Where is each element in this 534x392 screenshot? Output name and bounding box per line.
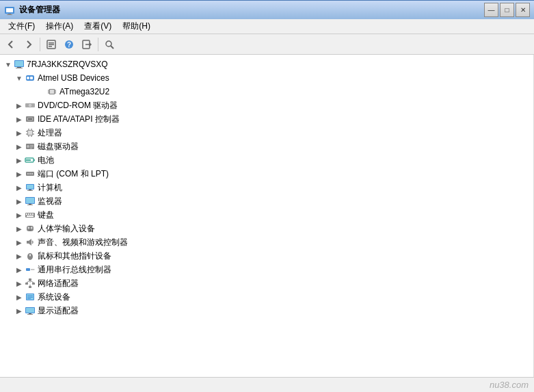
svg-rect-85 [25,283,28,285]
svg-rect-36 [28,131,32,135]
svg-point-55 [29,173,31,174]
svg-rect-59 [29,190,31,190]
svg-line-13 [111,46,114,49]
menu-view[interactable]: 查看(V) [79,19,117,34]
forward-button[interactable] [21,36,37,53]
atmega-expand-icon [36,86,46,97]
tree-item-sound[interactable]: ▶ 声音、视频和游戏控制器 [0,235,533,249]
svg-rect-87 [29,286,31,288]
minimize-button[interactable]: — [484,3,498,17]
window-title: 设备管理器 [19,4,60,16]
ide-icon [25,114,36,125]
svg-rect-51 [26,159,31,161]
main-area: ▼ 7RJA3KKSZRQVSXQ ▼ Atmel [0,55,534,377]
svg-rect-60 [27,190,33,191]
svg-rect-20 [30,77,33,79]
mouse-label: 鼠标和其他指针设备 [38,250,111,262]
svg-rect-49 [30,148,32,148]
title-bar: 设备管理器 — □ ✕ [0,0,534,19]
svg-rect-15 [15,61,23,66]
dvd-label: DVD/CD-ROM 驱动器 [38,100,118,112]
svg-rect-7 [49,46,52,47]
menu-help[interactable]: 帮助(H) [117,19,156,34]
svg-rect-34 [28,118,32,120]
update-button[interactable] [79,36,95,53]
svg-rect-2 [8,14,11,14]
dvd-expand-icon: ▶ [14,100,25,111]
root-label: 7RJA3KKSZRQVSXQ [27,60,108,69]
svg-rect-1 [6,8,13,12]
svg-point-78 [29,254,31,256]
dvd-icon [25,100,36,111]
tree-item-battery[interactable]: ▶ 电池 [0,153,533,167]
cpu-expand-icon: ▶ [14,127,25,138]
tree-item-port[interactable]: ▶ 端口 (COM 和 LPT) [0,167,533,181]
device-tree[interactable]: ▼ 7RJA3KKSZRQVSXQ ▼ Atmel [0,55,534,377]
back-button[interactable] [3,36,19,53]
menu-file[interactable]: 文件(F) [3,19,40,34]
svg-rect-58 [27,185,34,189]
tree-item-atmega[interactable]: ATmega32U2 [0,85,533,99]
svg-point-72 [28,227,30,229]
tree-item-network[interactable]: ▶ 网络适配器 [0,276,533,290]
sound-expand-icon: ▶ [14,237,25,248]
ide-label: IDE ATA/ATAPI 控制器 [38,114,120,125]
tree-item-monitor[interactable]: ▶ 监视器 [0,194,533,208]
battery-icon [25,155,36,166]
close-button[interactable]: ✕ [516,3,530,17]
port-label: 端口 (COM 和 LPT) [38,168,109,180]
network-label: 网络适配器 [38,278,79,289]
svg-line-89 [27,280,30,283]
usb-label: Atmel USB Devices [38,73,109,83]
svg-rect-47 [30,145,34,146]
tree-item-mouse[interactable]: ▶ 鼠标和其他指针设备 [0,249,533,263]
usb-expand-icon: ▼ [14,73,25,83]
tree-item-serial[interactable]: ▶ 通用串行总线控制器 [0,263,533,276]
menu-action[interactable]: 操作(A) [40,19,79,34]
svg-rect-95 [27,297,33,298]
help-button[interactable]: ? [61,36,77,53]
svg-point-83 [34,269,35,270]
battery-expand-icon: ▶ [14,155,25,166]
tree-item-keyboard[interactable]: ▶ 键盘 [0,208,533,222]
svg-rect-62 [26,198,34,203]
serial-icon [25,264,36,275]
tree-item-cpu[interactable]: ▶ 处理器 [0,126,533,140]
toolbar-separator-1 [40,38,40,51]
maximize-button[interactable]: □ [500,3,514,17]
tree-item-dvd[interactable]: ▶ DVD/CD-ROM 驱动器 [0,99,533,112]
svg-rect-68 [30,213,31,215]
tree-item-disk[interactable]: ▶ 磁盘驱动器 [0,140,533,153]
hid-icon [25,223,36,234]
tree-item-system[interactable]: ▶ 系统设备 [0,290,533,304]
atmega-label: ATmega32U2 [59,87,109,96]
keyboard-expand-icon: ▶ [14,209,25,220]
chip-icon [46,86,57,97]
display-expand-icon: ▶ [14,305,25,316]
tree-item-usb[interactable]: ▼ Atmel USB Devices [0,71,533,85]
menu-bar: 文件(F) 操作(A) 查看(V) 帮助(H) [0,19,534,34]
scan-button[interactable] [101,36,118,53]
serial-expand-icon: ▶ [14,264,25,275]
serial-label: 通用串行总线控制器 [38,264,111,276]
properties-button[interactable] [43,36,59,53]
tree-item-display[interactable]: ▶ 显示适配器 [0,304,533,317]
tree-item-hid[interactable]: ▶ 人体学输入设备 [0,222,533,235]
toolbar-separator-2 [98,38,98,51]
svg-rect-6 [49,44,54,45]
tree-item-ide[interactable]: ▶ IDE ATA/ATAPI 控制器 [0,112,533,126]
svg-rect-16 [17,67,21,68]
tree-item-computer[interactable]: ▶ 计算机 [0,181,533,194]
update-icon [81,39,92,50]
svg-point-54 [27,173,29,174]
svg-rect-94 [27,296,33,296]
monitor-icon [25,196,36,207]
tree-root[interactable]: ▼ 7RJA3KKSZRQVSXQ [0,57,533,71]
battery-label: 电池 [38,155,54,166]
svg-rect-52 [34,159,35,161]
svg-text:?: ? [67,41,71,49]
svg-rect-98 [26,308,34,313]
svg-point-31 [29,105,31,106]
window-controls: — □ ✕ [484,3,530,17]
svg-point-56 [31,173,33,174]
